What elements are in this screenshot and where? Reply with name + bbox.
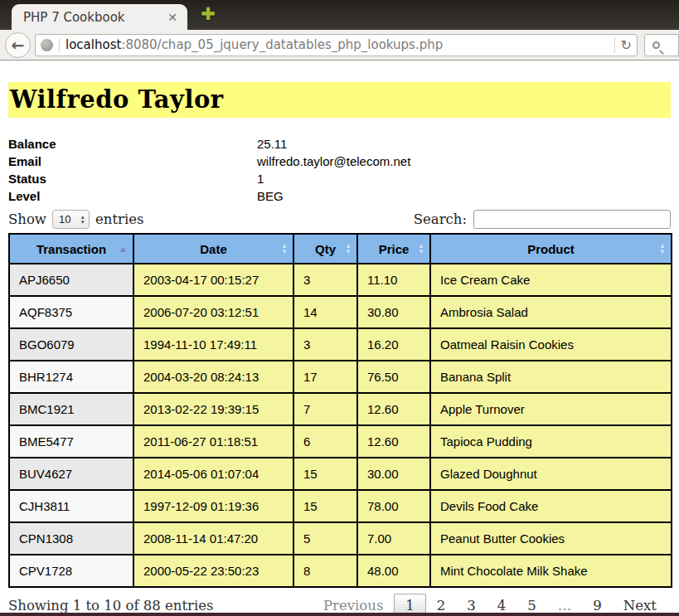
detail-value: wilfredo.taylor@telecom.net [257, 153, 410, 170]
cell-transaction: CPN1308 [9, 522, 133, 555]
detail-label: Email [8, 153, 257, 170]
column-header-qty[interactable]: Qty ▲▼ [293, 234, 357, 264]
cell-qty: 5 [293, 522, 357, 555]
entries-select-value: 10 [59, 213, 80, 226]
cell-transaction: AQF8375 [9, 296, 133, 328]
pagination-ellipsis: … [547, 594, 583, 613]
cell-qty: 3 [293, 328, 357, 361]
url-separator [59, 38, 60, 52]
page-button-2[interactable]: 2 [426, 594, 457, 613]
url-bar[interactable]: localhost:8080/chap_05_jquery_datatables… [35, 34, 638, 56]
detail-label: Balance [8, 135, 257, 153]
cell-transaction: BMC1921 [9, 393, 133, 425]
detail-label: Status [8, 170, 257, 187]
cell-transaction: BGO6079 [9, 328, 133, 361]
new-tab-button[interactable]: ✚ [196, 3, 221, 25]
sort-both-icon: ▲▼ [345, 243, 352, 255]
page-button-3[interactable]: 3 [456, 594, 487, 613]
table-row: BUV4627 2014-05-06 01:07:04 15 30.00 Gla… [9, 458, 672, 490]
page-button-1[interactable]: 1 [394, 594, 426, 613]
url-host: localhost [65, 37, 121, 52]
cell-date: 2013-02-22 19:39:15 [133, 393, 293, 425]
column-header-price[interactable]: Price ▲▼ [357, 234, 430, 264]
previous-button[interactable]: Previous [313, 594, 394, 613]
cell-price: 12.60 [357, 425, 430, 458]
cell-transaction: CJH3811 [9, 490, 133, 522]
cell-qty: 14 [293, 296, 357, 328]
sort-both-icon: ▲▼ [281, 243, 288, 255]
pagination: Previous 1 2 3 4 5 … 9 Next [313, 594, 667, 613]
detail-label: Level [8, 187, 257, 205]
cell-price: 7.00 [357, 522, 430, 555]
datatable-footer: Showing 1 to 10 of 88 entries Previous 1… [8, 594, 671, 613]
cell-price: 78.00 [357, 490, 430, 522]
tab-php7-cookbook[interactable]: PHP 7 Cookbook ✕ [12, 4, 187, 30]
cell-date: 1994-11-10 17:49:11 [133, 328, 293, 361]
tab-close-icon[interactable]: ✕ [166, 11, 179, 24]
browser-search-box[interactable] [644, 34, 679, 56]
sort-both-icon: ▲▼ [659, 243, 666, 255]
next-button[interactable]: Next [613, 594, 667, 613]
search-input[interactable] [473, 210, 671, 229]
cell-product: Apple Turnover [430, 393, 672, 425]
cell-product: Devils Food Cake [430, 490, 672, 522]
spinner-arrows-icon: ▲ ▼ [80, 215, 85, 224]
show-label: Show [8, 211, 46, 227]
tab-title: PHP 7 Cookbook [23, 10, 166, 25]
detail-value: 25.11 [257, 135, 287, 153]
column-header-date[interactable]: Date ▲▼ [133, 234, 293, 264]
page-button-9[interactable]: 9 [582, 594, 613, 613]
cell-price: 30.80 [357, 296, 430, 328]
detail-row-level: Level BEG [8, 187, 671, 205]
cell-date: 2004-03-20 08:24:13 [133, 361, 293, 393]
length-menu: Show 10 ▲ ▼ entries [8, 210, 143, 229]
cell-qty: 3 [293, 264, 357, 296]
cell-product: Ice Cream Cake [430, 264, 672, 296]
detail-value: 1 [257, 170, 264, 187]
cell-price: 16.20 [357, 328, 430, 361]
detail-row-email: Email wilfredo.taylor@telecom.net [8, 153, 671, 170]
cell-date: 2011-06-27 01:18:51 [133, 425, 293, 458]
column-header-product[interactable]: Product ▲▼ [430, 234, 672, 264]
cell-date: 2006-07-20 03:12:51 [133, 296, 293, 328]
cell-qty: 15 [293, 458, 357, 490]
entries-select[interactable]: 10 ▲ ▼ [52, 210, 90, 229]
cell-qty: 8 [293, 555, 357, 587]
back-arrow-icon: ← [12, 36, 25, 54]
cell-price: 76.50 [357, 361, 430, 393]
page-button-5[interactable]: 5 [517, 594, 547, 613]
cell-product: Peanut Butter Cookies [430, 522, 672, 555]
sort-both-icon: ▲▼ [418, 243, 424, 255]
table-row: CJH3811 1997-12-09 01:19:36 15 78.00 Dev… [9, 490, 672, 522]
search-label: Search: [414, 211, 467, 227]
detail-row-balance: Balance 25.11 [8, 135, 671, 153]
cell-date: 2003-04-17 00:15:27 [133, 264, 293, 296]
cell-transaction: BHR1274 [9, 361, 133, 393]
cell-qty: 17 [293, 361, 357, 393]
table-row: CPN1308 2008-11-14 01:47:20 5 7.00 Peanu… [9, 522, 672, 555]
table-row: BGO6079 1994-11-10 17:49:11 3 16.20 Oatm… [9, 328, 672, 361]
detail-value: BEG [257, 187, 284, 205]
cell-price: 12.60 [357, 393, 430, 425]
cell-price: 30.00 [357, 458, 430, 490]
entries-label: entries [95, 211, 143, 227]
table-row: APJ6650 2003-04-17 00:15:27 3 11.10 Ice … [9, 264, 672, 296]
cell-date: 2014-05-06 01:07:04 [133, 458, 293, 490]
cell-product: Oatmeal Raisin Cookies [430, 328, 672, 361]
table-row: BHR1274 2004-03-20 08:24:13 17 76.50 Ban… [9, 361, 672, 393]
cell-qty: 7 [293, 393, 357, 425]
cell-qty: 15 [293, 490, 357, 522]
table-row: AQF8375 2006-07-20 03:12:51 14 30.80 Amb… [9, 296, 672, 328]
browser-window: PHP 7 Cookbook ✕ ✚ ← localhost:8080/chap… [0, 0, 679, 616]
url-text[interactable]: localhost:8080/chap_05_jquery_datatables… [65, 37, 614, 52]
page-button-4[interactable]: 4 [487, 594, 517, 613]
table-info: Showing 1 to 10 of 88 entries [8, 598, 213, 613]
cell-transaction: BUV4627 [9, 458, 133, 490]
cell-date: 2000-05-22 23:50:23 [133, 555, 293, 587]
back-button[interactable]: ← [5, 32, 31, 58]
cell-price: 11.10 [357, 264, 430, 296]
cell-price: 48.00 [357, 555, 430, 587]
column-header-transaction[interactable]: Transaction ▲ [9, 234, 133, 264]
reload-icon[interactable]: ↻ [614, 37, 632, 53]
table-search: Search: [414, 210, 671, 229]
